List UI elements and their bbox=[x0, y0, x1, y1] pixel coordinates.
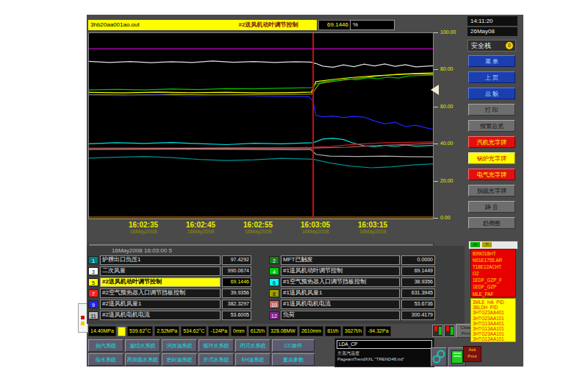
status-bar: 14.40MPa539.62°C2.52MPa534.62°C-124Pa0mm… bbox=[88, 326, 440, 336]
sidebar-button[interactable]: 锅炉光字牌 bbox=[468, 152, 515, 164]
x-tick-date: 16May2008 bbox=[115, 229, 172, 234]
legend-row[interactable]: 6#1空气预热器入口调节挡板控制38.9356 bbox=[269, 277, 435, 288]
alarm-tag[interactable]: 3BLDH_PID bbox=[473, 305, 515, 310]
alarm-tag[interactable]: 3HTG23AA101 bbox=[473, 331, 515, 336]
x-tick: 16:03:0516May2008 bbox=[287, 221, 344, 240]
link-icon[interactable] bbox=[431, 347, 447, 367]
indicator-ai: AI bbox=[470, 242, 480, 247]
status-value: -124Pa bbox=[208, 326, 229, 336]
alarm-tag-list-yellow: 3MLE_HA_PID3BLDH_PID3HTG23AA4013HTG23AA1… bbox=[470, 298, 516, 342]
fragment-yellow-dot bbox=[81, 322, 85, 325]
trend-filename: 3hb20aa001ao.out bbox=[88, 20, 220, 30]
legend-row[interactable]: 7#2空气预热器入口调节挡板控制39.9356 bbox=[88, 288, 251, 299]
y-tick-mark bbox=[434, 32, 438, 33]
sidebar-button[interactable]: 电气光字牌 bbox=[468, 169, 515, 180]
status-value: 612t/h bbox=[248, 326, 267, 336]
alarm-tag[interactable]: O2 bbox=[473, 270, 515, 277]
x-tick-date: 16May2008 bbox=[287, 229, 344, 234]
sidebar-button[interactable]: 静 音 bbox=[468, 201, 515, 213]
status-value: 0mm bbox=[231, 326, 247, 336]
y-tick-label: 20.00 bbox=[440, 178, 453, 183]
nav-button[interactable]: 循环水系统 bbox=[198, 339, 234, 352]
series-二次风量 bbox=[89, 61, 433, 68]
nav-button[interactable]: CC操作 bbox=[272, 339, 315, 352]
legend-row[interactable]: 5#2送风机动叶调节控制69.1446 bbox=[88, 277, 251, 288]
status-value: 14.40MPa bbox=[88, 326, 116, 336]
legend-left-column: 1炉膛出口负压197.42923二次风量990.06745#2送风机动叶调节控制… bbox=[88, 255, 251, 321]
selected-pen-tag[interactable]: #2送风机动叶调节控制 bbox=[220, 20, 317, 30]
safety-stack-button[interactable]: 安全栈 0 bbox=[467, 40, 516, 52]
console-line: PageantTrendXXL "TREND48.trd" bbox=[335, 356, 434, 362]
sidebar-button[interactable]: 总 貌 bbox=[468, 88, 515, 99]
nav-button[interactable]: 闭式水系统 bbox=[235, 339, 270, 352]
series-#2送风机风量1 bbox=[89, 95, 433, 130]
safety-badge: 0 bbox=[506, 42, 513, 49]
pen-label: #2送风机动叶调节控制 bbox=[100, 277, 220, 287]
nav-button[interactable]: EH油系统 bbox=[235, 353, 270, 366]
sidebar-button[interactable]: 趋势图 bbox=[468, 217, 515, 229]
sidebar-button[interactable]: 汽机光字牌 bbox=[468, 136, 515, 148]
status-select-marker bbox=[118, 327, 126, 336]
nav-button[interactable]: 高加疏水系统 bbox=[125, 353, 160, 366]
alarm-tag[interactable]: 3MLE_HA_PID bbox=[473, 300, 515, 305]
legend-row[interactable]: 11#2送风机电机电流53.6005 bbox=[88, 310, 251, 321]
sidebar-button[interactable]: 打 印 bbox=[468, 104, 515, 116]
nav-button[interactable]: 抽汽系统 bbox=[88, 339, 123, 352]
nav-button[interactable]: 密封油系统 bbox=[162, 353, 197, 366]
legend-row[interactable]: 9#2送风机风量1382.3297 bbox=[88, 299, 251, 310]
pen-value: 97.4292 bbox=[222, 255, 251, 265]
alarm-tag[interactable]: N01E1755.AR bbox=[473, 257, 515, 263]
alarm-tag[interactable]: 3HTG13AA101 bbox=[473, 326, 515, 331]
nav-button[interactable]: 给水系统 bbox=[88, 353, 123, 366]
pen-color-chip: 4 bbox=[269, 267, 279, 275]
legend-row[interactable]: 3二次风量990.0674 bbox=[88, 266, 251, 277]
pen-color-chip: 11 bbox=[88, 311, 98, 319]
ack-print-button[interactable]: Ack Print bbox=[463, 346, 481, 362]
pen-label: 炉膛出口负压1 bbox=[100, 255, 220, 265]
console-line: 主蒸汽温度 bbox=[335, 350, 434, 356]
status-value: 328.08MW bbox=[268, 326, 298, 336]
alarm-tag[interactable]: 3HTG23AA401 bbox=[473, 310, 515, 315]
nav-button[interactable]: 开式水系统 bbox=[198, 353, 234, 366]
sidebar-button[interactable]: 报警总览 bbox=[468, 120, 515, 132]
pen-label: #1空气预热器入口调节挡板控制 bbox=[281, 277, 400, 287]
status-value: 2.52MPa bbox=[154, 326, 179, 336]
alarm-tag[interactable]: 3HTG13AA401 bbox=[473, 321, 515, 326]
alarm-tag[interactable]: B99O18HT bbox=[473, 250, 515, 257]
pen-label: #2空气预热器入口调节挡板控制 bbox=[100, 289, 220, 298]
sidebar-button[interactable]: 上 页 bbox=[468, 71, 515, 83]
pen-label: 负荷 bbox=[281, 311, 400, 320]
alarm-tag[interactable]: 1EDF_GZP bbox=[473, 283, 515, 290]
alarm-tag[interactable]: MLE_PAF bbox=[473, 291, 515, 297]
nav-button[interactable]: 重点参数 bbox=[272, 353, 315, 366]
sidebar-button[interactable]: 菜 单 bbox=[468, 55, 515, 67]
cursor-timestamp: 16May2008 16:03:00 5 bbox=[112, 247, 172, 254]
status-value: 539.62°C bbox=[127, 326, 153, 336]
pen-value: 382.3297 bbox=[222, 300, 251, 309]
x-tick-time: 16:03:15 bbox=[344, 221, 401, 229]
legend-row[interactable]: 12负荷300.4179 bbox=[269, 310, 435, 321]
value-pointer-icon[interactable] bbox=[431, 85, 439, 95]
nav-button[interactable]: 润滑油系统 bbox=[162, 339, 197, 352]
legend-row[interactable]: 1炉膛出口负压197.4292 bbox=[88, 255, 251, 266]
alarm-tag[interactable]: 1EDF_GZP_F bbox=[473, 277, 515, 283]
pen-color-chip: 6 bbox=[269, 278, 279, 286]
alarm-tag[interactable]: 3HTG13AA101 bbox=[473, 336, 515, 342]
x-tick-time: 16:02:45 bbox=[172, 221, 229, 229]
legend-row[interactable]: 2MFT已触发0.0000 bbox=[269, 255, 435, 266]
legend-row[interactable]: 4#1送风机动叶调节控制69.1449 bbox=[269, 266, 435, 277]
legend-row[interactable]: 8#1送风机风量1631.3945 bbox=[269, 288, 435, 299]
y-tick-mark bbox=[434, 107, 438, 107]
sidebar-buttons: 菜 单上 页总 貌打 印报警总览汽机光字牌锅炉光字牌电气光字牌脱硫光字牌静 音趋… bbox=[468, 55, 515, 229]
console-selected-entry[interactable]: LDA_CP bbox=[337, 340, 432, 349]
trend-plot[interactable] bbox=[88, 32, 434, 219]
nav-button[interactable]: 凝结水系统 bbox=[125, 339, 160, 352]
alarm-tag[interactable]: T18E12ACHT bbox=[473, 263, 515, 270]
trend-canvas bbox=[89, 33, 433, 219]
sidebar-button[interactable]: 脱硫光字牌 bbox=[468, 185, 515, 197]
alarm-tag[interactable]: 3HTG23AA101 bbox=[473, 316, 515, 321]
selected-pen-unit: % bbox=[350, 20, 395, 30]
series-#1送风机动叶调节控制 bbox=[89, 75, 433, 90]
legend-row[interactable]: 10#1送风机电机电流53.6736 bbox=[269, 299, 435, 310]
y-axis: 100.0080.0060.0040.0020.000.00 bbox=[434, 29, 463, 224]
